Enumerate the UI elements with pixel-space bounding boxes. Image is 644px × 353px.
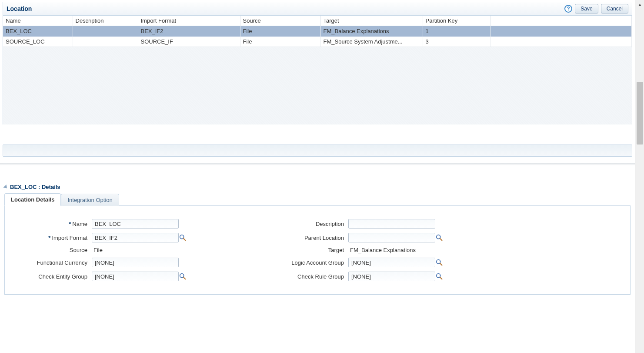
check-entity-group-label: Check Entity Group	[13, 273, 92, 280]
col-import-format[interactable]: Import Format	[138, 16, 240, 26]
save-button[interactable]: Save	[575, 4, 598, 13]
search-icon[interactable]	[179, 234, 192, 242]
description-field[interactable]	[348, 219, 435, 229]
cell-partition-key: 1	[423, 26, 490, 37]
cell-target: FM_Balance Explanations	[320, 26, 423, 37]
table-row[interactable]: BEX_LOC BEX_IF2 File FM_Balance Explanat…	[3, 26, 632, 37]
location-table-container: Name Description Import Format Source Ta…	[3, 16, 632, 124]
help-icon[interactable]: ?	[564, 5, 572, 13]
search-icon[interactable]	[435, 234, 448, 242]
blank-status-bar	[3, 145, 632, 157]
svg-line-3	[184, 277, 186, 279]
cell-import-format: SOURCE_IF	[138, 37, 240, 47]
logic-account-group-label: Logic Account Group	[218, 259, 348, 266]
search-icon[interactable]	[435, 272, 448, 280]
parent-location-field[interactable]	[348, 233, 435, 242]
svg-line-9	[440, 277, 442, 279]
table-header-row: Name Description Import Format Source Ta…	[3, 16, 632, 26]
cell-target: FM_Source System Adjustme...	[320, 37, 423, 47]
target-label: Target	[218, 247, 348, 253]
cell-partition-key: 3	[423, 37, 490, 47]
page-title: Location	[7, 5, 32, 12]
form-left-column: *Name *Import Format Source File Functio…	[13, 219, 192, 281]
svg-line-5	[440, 239, 442, 241]
tab-content: *Name *Import Format Source File Functio…	[4, 206, 631, 295]
disclosure-triangle-icon[interactable]	[3, 184, 8, 189]
search-icon[interactable]	[179, 272, 192, 280]
tab-strip: Location Details Integration Option	[4, 193, 631, 206]
svg-line-7	[440, 263, 442, 266]
cancel-button[interactable]: Cancel	[601, 4, 628, 13]
details-title: BEX_LOC : Details	[10, 184, 60, 190]
parent-location-label: Parent Location	[218, 235, 348, 241]
cell-source: File	[240, 37, 320, 47]
col-source[interactable]: Source	[240, 16, 320, 26]
check-rule-group-field[interactable]	[348, 272, 435, 281]
tab-integration-option[interactable]: Integration Option	[61, 194, 119, 206]
name-label: *Name	[13, 221, 92, 227]
details-header: BEX_LOC : Details	[0, 181, 635, 193]
functional-currency-label: Functional Currency	[13, 259, 92, 266]
col-description[interactable]: Description	[73, 16, 138, 26]
table-row[interactable]: SOURCE_LOC SOURCE_IF File FM_Source Syst…	[3, 37, 632, 47]
form-right-column: Description Parent Location Target FM_Ba…	[218, 219, 448, 281]
check-entity-group-field[interactable]	[92, 272, 179, 281]
check-rule-group-label: Check Rule Group	[218, 273, 348, 280]
cell-description	[73, 26, 138, 37]
functional-currency-field[interactable]	[92, 258, 179, 267]
col-partition-key[interactable]: Partition Key	[423, 16, 490, 26]
chevron-up-icon[interactable]: ▲	[635, 0, 644, 9]
import-format-label: *Import Format	[13, 235, 92, 241]
cell-source: File	[240, 26, 320, 37]
scroll-thumb[interactable]	[637, 82, 643, 145]
cell-name: BEX_LOC	[3, 26, 73, 37]
description-label: Description	[218, 221, 348, 227]
col-spacer	[490, 16, 632, 26]
search-icon[interactable]	[435, 259, 448, 266]
cell-import-format: BEX_IF2	[138, 26, 240, 37]
vertical-scrollbar[interactable]: ▲	[635, 0, 644, 353]
title-bar: Location ? Save Cancel	[3, 2, 632, 16]
source-label: Source	[13, 247, 92, 253]
cell-description	[73, 37, 138, 47]
import-format-field[interactable]	[92, 233, 179, 242]
col-name[interactable]: Name	[3, 16, 73, 26]
cell-name: SOURCE_LOC	[3, 37, 73, 47]
location-table: Name Description Import Format Source Ta…	[3, 16, 632, 47]
logic-account-group-field[interactable]	[348, 258, 435, 267]
svg-line-1	[184, 239, 186, 241]
source-value: File	[92, 247, 179, 253]
target-value: FM_Balance Explanations	[348, 247, 435, 253]
col-target[interactable]: Target	[320, 16, 423, 26]
tab-location-details[interactable]: Location Details	[4, 193, 61, 206]
name-field[interactable]	[92, 219, 179, 229]
